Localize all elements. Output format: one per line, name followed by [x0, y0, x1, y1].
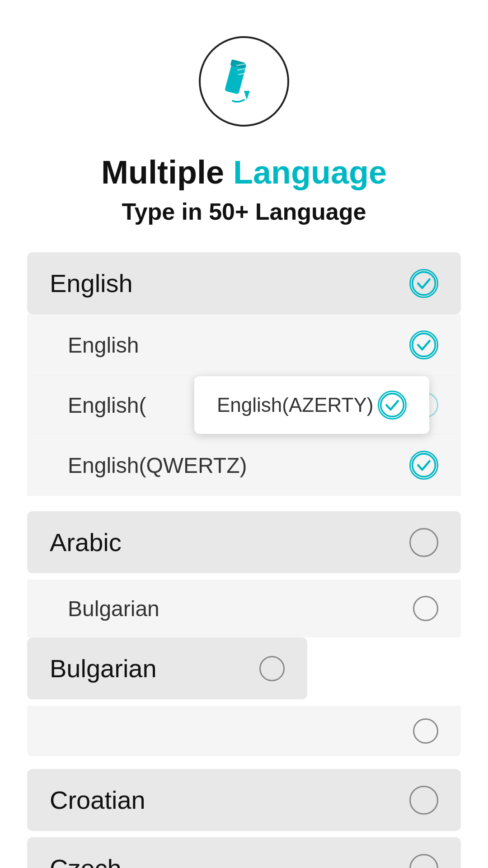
sub-label-english-qwertz: English(QWERTZ)	[68, 453, 247, 478]
sub-label-english: English	[68, 333, 139, 358]
sub-row-english-azerty[interactable]: English( English(AZERTY)	[27, 376, 461, 434]
english-subitems: English English( English(AZERTY)	[27, 314, 461, 496]
svg-marker-1	[244, 91, 250, 100]
bulgarian-check-circle	[259, 656, 285, 681]
header-section: Multiple Language Type in 50+ Language	[0, 0, 488, 252]
sub-row-bulgarian-under-arabic[interactable]: Bulgarian	[27, 580, 461, 637]
croatian-check-circle	[409, 786, 438, 815]
tooltip-label: English(AZERTY)	[217, 394, 373, 416]
english-sub-check	[409, 330, 438, 359]
sub-row-english-qwertz[interactable]: English(QWERTZ)	[27, 434, 461, 496]
croatian-label: Croatian	[50, 785, 145, 815]
row-czech[interactable]: Czech	[27, 837, 461, 868]
arabic-group-label: Arabic	[50, 528, 122, 557]
czech-check-circle	[409, 854, 438, 868]
svg-point-7	[413, 334, 436, 357]
english-group-label: English	[50, 269, 133, 298]
row-croatian[interactable]: Croatian	[27, 769, 461, 831]
subtitle: Type in 50+ Language	[122, 198, 366, 225]
arabic-check-circle	[409, 528, 438, 557]
bulgarian-group-label: Bulgarian	[50, 654, 157, 683]
group-row-english[interactable]: English	[27, 252, 461, 314]
english-check-circle	[409, 269, 438, 298]
group-row-arabic[interactable]: Arabic	[27, 511, 461, 573]
title-row: Multiple Language	[101, 154, 387, 191]
sub-label-bulgarian-arabic: Bulgarian	[68, 596, 160, 621]
arabic-subitems: Bulgarian	[27, 580, 461, 637]
qwertz-check-circle	[409, 451, 438, 480]
tooltip-english-azerty[interactable]: English(AZERTY)	[194, 376, 429, 434]
sub-label-english-azerty-partial: English(	[68, 393, 146, 418]
group-row-bulgarian[interactable]: Bulgarian	[27, 637, 307, 699]
logo-circle	[199, 36, 289, 127]
svg-point-6	[413, 272, 436, 295]
bulgarian-arabic-circle	[413, 596, 438, 621]
language-list: English English	[27, 252, 461, 868]
sub-row-english[interactable]: English	[27, 314, 461, 376]
empty-sub-circle	[413, 718, 438, 744]
svg-point-8	[381, 394, 404, 417]
pencil-icon	[219, 56, 269, 107]
title-teal: Language	[233, 154, 387, 191]
czech-label: Czech	[50, 854, 122, 868]
title-black: Multiple	[101, 154, 224, 191]
tooltip-check-circle	[378, 391, 407, 420]
svg-point-9	[413, 454, 436, 477]
